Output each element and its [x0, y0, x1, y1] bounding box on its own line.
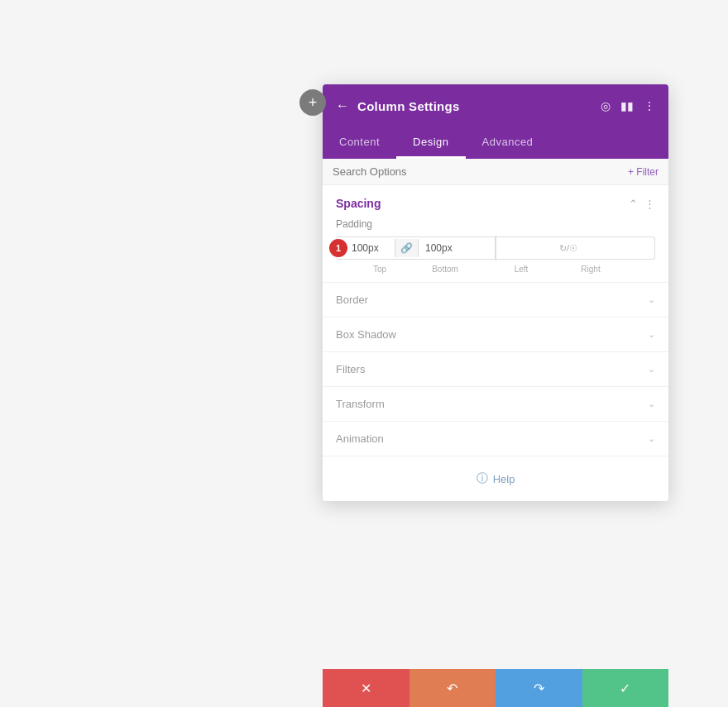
- animation-chevron: ⌄: [648, 433, 655, 444]
- tab-design[interactable]: Design: [396, 127, 465, 159]
- border-chevron: ⌄: [648, 294, 655, 305]
- border-label: Border: [336, 294, 368, 306]
- help-row: ⓘ Help: [323, 456, 668, 501]
- padding-bottom-input[interactable]: [419, 237, 477, 259]
- filters-section[interactable]: Filters ⌄: [323, 351, 668, 386]
- transform-chevron: ⌄: [648, 399, 655, 409]
- header-right: ◎ ▮▮ ⋮: [601, 99, 655, 112]
- right-label: Right: [554, 265, 627, 274]
- padding-row: 1 🔗 ↻/☉: [336, 235, 655, 261]
- padding-left-input[interactable]: [496, 237, 554, 259]
- tab-advanced[interactable]: Advanced: [466, 127, 550, 159]
- padding-label: Padding: [336, 218, 655, 230]
- bottom-label: Bottom: [409, 265, 481, 274]
- border-section[interactable]: Border ⌄: [323, 282, 668, 317]
- cancel-button[interactable]: ✕: [323, 669, 410, 707]
- header-left: ← Column Settings: [336, 98, 460, 113]
- panel-content: Spacing ⌃ ⋮ Padding 1 🔗: [323, 185, 668, 501]
- column-settings-panel: ← Column Settings ◎ ▮▮ ⋮ Content Design …: [323, 84, 668, 501]
- tab-content[interactable]: Content: [323, 127, 396, 159]
- options-icon[interactable]: ⋮: [644, 198, 655, 210]
- padding-right-input[interactable]: [582, 237, 640, 259]
- animation-section[interactable]: Animation ⌄: [323, 421, 668, 456]
- box-shadow-chevron: ⌄: [648, 329, 655, 340]
- sync-icon[interactable]: ↻/☉: [554, 240, 582, 257]
- filters-chevron: ⌄: [648, 364, 655, 375]
- box-shadow-section[interactable]: Box Shadow ⌄: [323, 317, 668, 351]
- collapse-icon[interactable]: ⌃: [629, 198, 638, 210]
- help-text: Help: [493, 473, 515, 485]
- animation-label: Animation: [336, 432, 384, 445]
- top-label: Top: [336, 265, 409, 274]
- transform-label: Transform: [336, 398, 385, 410]
- panel-title: Column Settings: [357, 99, 460, 113]
- save-button[interactable]: ✓: [582, 669, 669, 707]
- search-bar: + Filter: [323, 159, 668, 185]
- filters-label: Filters: [336, 363, 365, 375]
- help-icon[interactable]: ⓘ: [477, 471, 488, 486]
- undo-button[interactable]: ↶: [410, 669, 496, 707]
- tabs-bar: Content Design Advanced: [323, 127, 668, 159]
- box-shadow-label: Box Shadow: [336, 328, 396, 341]
- padding-labels-row: Top Bottom Left Right: [336, 265, 655, 274]
- step-badge: 1: [329, 239, 347, 257]
- more-icon[interactable]: ⋮: [644, 99, 655, 112]
- panel-header: ← Column Settings ◎ ▮▮ ⋮: [323, 84, 668, 127]
- add-button[interactable]: +: [299, 89, 326, 116]
- columns-icon[interactable]: ▮▮: [620, 99, 634, 112]
- filter-button[interactable]: + Filter: [628, 166, 659, 178]
- target-icon[interactable]: ◎: [601, 99, 611, 112]
- spacing-section-header: Spacing ⌃ ⋮: [336, 197, 655, 210]
- left-label: Left: [481, 265, 554, 274]
- section-controls: ⌃ ⋮: [629, 198, 655, 210]
- padding-left-right-group: ↻/☉: [496, 236, 655, 260]
- transform-section[interactable]: Transform ⌄: [323, 386, 668, 421]
- back-icon[interactable]: ←: [336, 98, 349, 113]
- padding-top-bottom-group: 🔗: [336, 236, 496, 260]
- page-background: + ← Column Settings ◎ ▮▮ ⋮ Content Desig…: [0, 0, 728, 707]
- spacing-title: Spacing: [336, 197, 381, 210]
- search-input[interactable]: [333, 165, 628, 178]
- redo-button[interactable]: ↷: [496, 669, 582, 707]
- spacing-section: Spacing ⌃ ⋮ Padding 1 🔗: [323, 185, 668, 282]
- link-icon[interactable]: 🔗: [395, 239, 419, 257]
- bottom-toolbar: ✕ ↶ ↷ ✓: [323, 669, 668, 707]
